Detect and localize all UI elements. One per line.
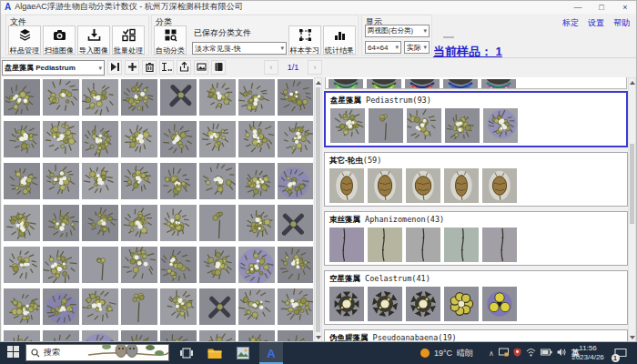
algae-thumbnail[interactable] [4, 247, 40, 283]
weather-widget[interactable]: 19°C 晴朗 [420, 342, 473, 364]
scroll-down-icon[interactable] [629, 333, 635, 341]
algae-thumbnail[interactable] [121, 330, 157, 342]
algae-thumbnail[interactable] [199, 163, 236, 199]
algae-thumbnail[interactable] [4, 79, 40, 116]
next-page-button[interactable]: › [308, 60, 322, 75]
algae-thumbnail[interactable] [82, 330, 118, 342]
category-thumbnail[interactable] [368, 228, 402, 262]
scroll-up-icon[interactable] [315, 78, 321, 86]
saved-classify-select[interactable]: 淡水常见藻-快▾ [192, 42, 287, 55]
view-mode-select[interactable]: 两视图(右分类)▾ [365, 25, 430, 37]
category-box-pseudoanabaena[interactable]: 伪鱼腥藻属 Pseudoanabaena(19) [324, 329, 628, 342]
image-button[interactable] [194, 60, 208, 75]
algae-thumbnail[interactable] [43, 121, 79, 157]
tray-expand-icon[interactable]: ∧ [489, 349, 494, 358]
category-thumbnail[interactable] [369, 108, 403, 143]
algae-thumbnail[interactable] [82, 121, 118, 157]
scroll-down-icon[interactable] [315, 333, 321, 341]
category-thumbnail[interactable] [406, 168, 440, 203]
batch-process-button[interactable]: 批量处理 [112, 25, 145, 55]
category-thumbnail[interactable] [368, 168, 402, 203]
algae-thumbnail[interactable] [43, 79, 79, 116]
category-box-pediastrum[interactable]: 盘星藻属 Pediastrum(93) [324, 91, 628, 147]
algae-thumbnail[interactable] [160, 205, 197, 241]
category-thumbnail[interactable] [407, 108, 441, 143]
algaeac-app-button[interactable]: A [259, 342, 283, 364]
algae-thumbnail[interactable] [82, 247, 118, 283]
algae-thumbnail[interactable] [43, 330, 79, 342]
scan-image-button[interactable]: 扫描图像 [43, 25, 76, 55]
algae-thumbnail[interactable] [4, 205, 40, 241]
category-thumbnail[interactable] [444, 287, 479, 321]
algae-thumbnail[interactable] [4, 163, 40, 199]
notification-button[interactable]: 1 [610, 342, 632, 364]
algae-thumbnail[interactable] [278, 330, 313, 342]
delete-button[interactable] [142, 60, 157, 75]
category-thumbnail[interactable] [329, 168, 364, 203]
auto-classify-button[interactable]: 自动分类 [154, 25, 187, 55]
prev-page-button[interactable]: ‹ [264, 60, 278, 75]
network-icon[interactable] [526, 348, 536, 359]
algae-thumbnail[interactable] [160, 247, 197, 283]
category-thumbnail[interactable] [444, 228, 479, 262]
current-sample-link[interactable]: 当前样品： 1 [433, 44, 502, 60]
right-scrollbar[interactable] [628, 77, 636, 342]
category-thumbnail[interactable] [368, 287, 402, 321]
maximize-button[interactable]: □ [590, 0, 613, 14]
algae-thumbnail[interactable] [82, 79, 118, 116]
algae-thumbnail[interactable] [278, 205, 313, 241]
genus-select[interactable]: 盘星藻属 Pediastrum▾ [2, 60, 105, 76]
sample-learn-button[interactable]: 样本学习 [288, 25, 321, 55]
algae-thumbnail[interactable] [278, 121, 313, 157]
export-button[interactable] [177, 60, 191, 75]
algae-thumbnail[interactable] [160, 121, 197, 157]
next-button[interactable] [107, 60, 122, 75]
algae-thumbnail[interactable] [43, 205, 79, 241]
category-thumbnail[interactable] [329, 287, 364, 321]
algae-thumbnail[interactable] [4, 121, 40, 157]
algae-thumbnail[interactable] [160, 288, 197, 325]
category-thumbnail[interactable] [329, 228, 364, 262]
search-input[interactable]: 搜索 [25, 344, 169, 361]
category-thumbnail[interactable] [482, 168, 517, 203]
book-button[interactable] [211, 60, 226, 75]
category-thumbnail[interactable] [482, 287, 517, 321]
add-button[interactable] [125, 60, 139, 75]
algae-thumbnail[interactable] [199, 79, 236, 116]
algae-thumbnail[interactable] [121, 205, 157, 241]
category-box-coelastrum[interactable]: 空星藻属 Coelastrum(41) [324, 270, 628, 325]
algae-thumbnail[interactable] [121, 247, 157, 283]
algae-thumbnail[interactable] [278, 79, 313, 116]
task-view-button[interactable] [175, 342, 198, 364]
algae-thumbnail[interactable] [238, 163, 275, 199]
algae-thumbnail[interactable] [238, 247, 275, 283]
algae-thumbnail[interactable] [278, 163, 313, 199]
category-thumbnail[interactable] [444, 168, 479, 203]
algae-thumbnail[interactable] [199, 247, 236, 283]
file-explorer-button[interactable] [203, 342, 227, 364]
algae-thumbnail[interactable] [4, 288, 40, 325]
scroll-up-icon[interactable] [629, 78, 635, 86]
algae-thumbnail[interactable] [82, 205, 118, 241]
algae-thumbnail[interactable] [199, 121, 236, 157]
algae-thumbnail[interactable] [43, 288, 79, 325]
algae-thumbnail[interactable] [278, 288, 313, 325]
speaker-icon[interactable] [557, 348, 567, 359]
category-thumbnail[interactable] [330, 108, 365, 143]
algae-thumbnail[interactable] [121, 163, 157, 199]
scale-select[interactable]: 实际▾ [404, 41, 430, 54]
algae-thumbnail[interactable] [199, 205, 236, 241]
settings-link[interactable]: 设置 [588, 17, 604, 29]
category-thumbnail[interactable] [483, 108, 518, 143]
category-thumbnail[interactable] [445, 108, 480, 143]
category-thumbnail[interactable] [367, 77, 401, 88]
close-button[interactable]: × [613, 0, 637, 14]
category-thumbnail[interactable] [482, 228, 517, 262]
security-tray-icon[interactable] [513, 348, 521, 359]
category-box-filament[interactable]: 束丝藻属 Aphanizomenon(43) [324, 211, 628, 266]
algae-thumbnail[interactable] [82, 288, 118, 325]
algae-thumbnail[interactable] [121, 121, 157, 157]
algae-thumbnail[interactable] [278, 247, 313, 283]
category-thumbnail[interactable] [405, 77, 440, 88]
left-scrollbar[interactable] [314, 77, 322, 342]
